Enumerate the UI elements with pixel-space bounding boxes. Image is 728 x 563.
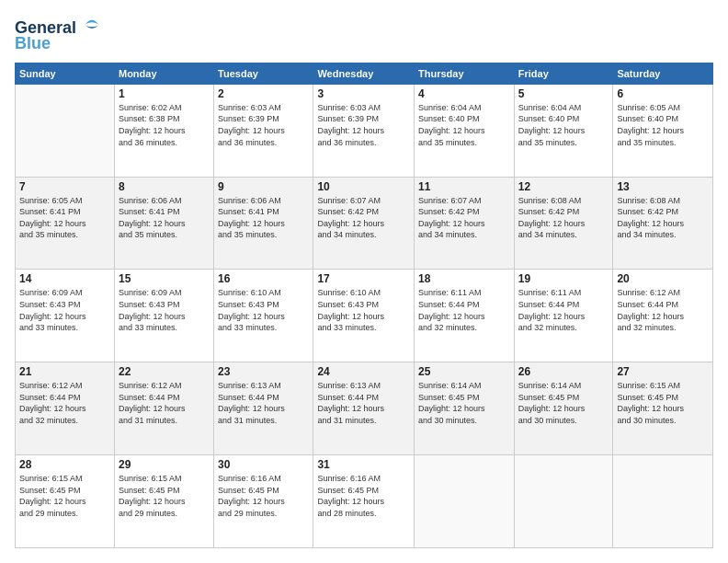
day-info: Sunrise: 6:06 AM Sunset: 6:41 PM Dayligh… xyxy=(218,195,309,241)
day-number: 17 xyxy=(317,272,410,285)
day-info: Sunrise: 6:04 AM Sunset: 6:40 PM Dayligh… xyxy=(518,102,609,148)
day-info: Sunrise: 6:05 AM Sunset: 6:40 PM Dayligh… xyxy=(617,102,709,148)
calendar-cell xyxy=(16,84,115,177)
calendar-cell: 17Sunrise: 6:10 AM Sunset: 6:43 PM Dayli… xyxy=(313,270,415,362)
day-number: 9 xyxy=(218,180,309,193)
calendar-cell: 23Sunrise: 6:13 AM Sunset: 6:44 PM Dayli… xyxy=(214,362,313,455)
calendar-cell: 11Sunrise: 6:07 AM Sunset: 6:42 PM Dayli… xyxy=(415,177,515,270)
calendar-cell: 9Sunrise: 6:06 AM Sunset: 6:41 PM Daylig… xyxy=(214,177,313,270)
day-number: 7 xyxy=(19,180,110,193)
day-info: Sunrise: 6:13 AM Sunset: 6:44 PM Dayligh… xyxy=(218,380,309,426)
calendar-cell xyxy=(613,455,713,548)
day-number: 20 xyxy=(617,272,709,285)
day-number: 27 xyxy=(617,365,709,378)
calendar-cell: 22Sunrise: 6:12 AM Sunset: 6:44 PM Dayli… xyxy=(114,362,213,455)
weekday-header: Thursday xyxy=(415,63,515,84)
day-info: Sunrise: 6:14 AM Sunset: 6:45 PM Dayligh… xyxy=(518,380,609,426)
day-info: Sunrise: 6:12 AM Sunset: 6:44 PM Dayligh… xyxy=(19,380,110,426)
weekday-header: Tuesday xyxy=(214,63,313,84)
day-info: Sunrise: 6:03 AM Sunset: 6:39 PM Dayligh… xyxy=(317,102,410,148)
day-info: Sunrise: 6:11 AM Sunset: 6:44 PM Dayligh… xyxy=(418,287,510,333)
day-number: 26 xyxy=(518,365,609,378)
day-info: Sunrise: 6:09 AM Sunset: 6:43 PM Dayligh… xyxy=(19,287,110,333)
header: General Blue xyxy=(15,15,713,53)
day-number: 31 xyxy=(317,458,410,471)
day-info: Sunrise: 6:15 AM Sunset: 6:45 PM Dayligh… xyxy=(19,473,110,519)
day-info: Sunrise: 6:06 AM Sunset: 6:41 PM Dayligh… xyxy=(119,195,210,241)
day-number: 23 xyxy=(218,365,309,378)
calendar-cell: 5Sunrise: 6:04 AM Sunset: 6:40 PM Daylig… xyxy=(514,84,613,177)
day-number: 21 xyxy=(19,365,110,378)
day-info: Sunrise: 6:08 AM Sunset: 6:42 PM Dayligh… xyxy=(617,195,709,241)
calendar-cell: 27Sunrise: 6:15 AM Sunset: 6:45 PM Dayli… xyxy=(613,362,713,455)
day-info: Sunrise: 6:07 AM Sunset: 6:42 PM Dayligh… xyxy=(317,195,410,241)
page: General Blue SundayMondayTuesdayWednesda… xyxy=(0,0,728,563)
day-info: Sunrise: 6:14 AM Sunset: 6:45 PM Dayligh… xyxy=(418,380,510,426)
day-info: Sunrise: 6:08 AM Sunset: 6:42 PM Dayligh… xyxy=(518,195,609,241)
day-number: 19 xyxy=(518,272,609,285)
day-info: Sunrise: 6:15 AM Sunset: 6:45 PM Dayligh… xyxy=(617,380,709,426)
calendar-cell: 6Sunrise: 6:05 AM Sunset: 6:40 PM Daylig… xyxy=(613,84,713,177)
day-info: Sunrise: 6:02 AM Sunset: 6:38 PM Dayligh… xyxy=(119,102,210,148)
calendar-cell: 2Sunrise: 6:03 AM Sunset: 6:39 PM Daylig… xyxy=(214,84,313,177)
calendar-cell: 31Sunrise: 6:16 AM Sunset: 6:45 PM Dayli… xyxy=(313,455,415,548)
day-info: Sunrise: 6:16 AM Sunset: 6:45 PM Dayligh… xyxy=(218,473,309,519)
calendar-cell: 12Sunrise: 6:08 AM Sunset: 6:42 PM Dayli… xyxy=(514,177,613,270)
day-number: 18 xyxy=(418,272,510,285)
day-info: Sunrise: 6:10 AM Sunset: 6:43 PM Dayligh… xyxy=(218,287,309,333)
calendar-cell: 25Sunrise: 6:14 AM Sunset: 6:45 PM Dayli… xyxy=(415,362,515,455)
calendar-cell: 7Sunrise: 6:05 AM Sunset: 6:41 PM Daylig… xyxy=(16,177,115,270)
day-number: 5 xyxy=(518,87,609,100)
logo: General Blue xyxy=(15,15,101,53)
calendar-cell: 19Sunrise: 6:11 AM Sunset: 6:44 PM Dayli… xyxy=(514,270,613,362)
day-number: 6 xyxy=(617,87,709,100)
day-number: 28 xyxy=(19,458,110,471)
day-info: Sunrise: 6:12 AM Sunset: 6:44 PM Dayligh… xyxy=(119,380,210,426)
day-number: 2 xyxy=(218,87,309,100)
calendar-cell: 14Sunrise: 6:09 AM Sunset: 6:43 PM Dayli… xyxy=(16,270,115,362)
weekday-header: Monday xyxy=(114,63,213,84)
calendar-cell: 3Sunrise: 6:03 AM Sunset: 6:39 PM Daylig… xyxy=(313,84,415,177)
day-info: Sunrise: 6:05 AM Sunset: 6:41 PM Dayligh… xyxy=(19,195,110,241)
day-number: 3 xyxy=(317,87,410,100)
day-number: 1 xyxy=(119,87,210,100)
day-number: 24 xyxy=(317,365,410,378)
calendar-cell: 29Sunrise: 6:15 AM Sunset: 6:45 PM Dayli… xyxy=(114,455,213,548)
day-number: 4 xyxy=(418,87,510,100)
day-info: Sunrise: 6:04 AM Sunset: 6:40 PM Dayligh… xyxy=(418,102,510,148)
day-number: 8 xyxy=(119,180,210,193)
calendar-cell: 8Sunrise: 6:06 AM Sunset: 6:41 PM Daylig… xyxy=(114,177,213,270)
day-number: 15 xyxy=(119,272,210,285)
day-info: Sunrise: 6:07 AM Sunset: 6:42 PM Dayligh… xyxy=(418,195,510,241)
calendar-cell: 21Sunrise: 6:12 AM Sunset: 6:44 PM Dayli… xyxy=(16,362,115,455)
weekday-header: Saturday xyxy=(613,63,713,84)
day-info: Sunrise: 6:16 AM Sunset: 6:45 PM Dayligh… xyxy=(317,473,410,519)
calendar-cell: 20Sunrise: 6:12 AM Sunset: 6:44 PM Dayli… xyxy=(613,270,713,362)
calendar-cell: 13Sunrise: 6:08 AM Sunset: 6:42 PM Dayli… xyxy=(613,177,713,270)
calendar-cell: 26Sunrise: 6:14 AM Sunset: 6:45 PM Dayli… xyxy=(514,362,613,455)
logo-icon xyxy=(83,15,101,33)
day-number: 29 xyxy=(119,458,210,471)
day-number: 10 xyxy=(317,180,410,193)
weekday-header: Friday xyxy=(514,63,613,84)
day-info: Sunrise: 6:09 AM Sunset: 6:43 PM Dayligh… xyxy=(119,287,210,333)
weekday-header: Wednesday xyxy=(313,63,415,84)
calendar-cell: 15Sunrise: 6:09 AM Sunset: 6:43 PM Dayli… xyxy=(114,270,213,362)
day-info: Sunrise: 6:10 AM Sunset: 6:43 PM Dayligh… xyxy=(317,287,410,333)
calendar-table: SundayMondayTuesdayWednesdayThursdayFrid… xyxy=(15,63,713,548)
day-number: 16 xyxy=(218,272,309,285)
calendar-cell xyxy=(514,455,613,548)
calendar-cell: 10Sunrise: 6:07 AM Sunset: 6:42 PM Dayli… xyxy=(313,177,415,270)
day-number: 25 xyxy=(418,365,510,378)
day-info: Sunrise: 6:12 AM Sunset: 6:44 PM Dayligh… xyxy=(617,287,709,333)
day-info: Sunrise: 6:11 AM Sunset: 6:44 PM Dayligh… xyxy=(518,287,609,333)
calendar-cell: 1Sunrise: 6:02 AM Sunset: 6:38 PM Daylig… xyxy=(114,84,213,177)
weekday-header: Sunday xyxy=(16,63,115,84)
day-info: Sunrise: 6:13 AM Sunset: 6:44 PM Dayligh… xyxy=(317,380,410,426)
calendar-cell: 28Sunrise: 6:15 AM Sunset: 6:45 PM Dayli… xyxy=(16,455,115,548)
calendar-cell: 30Sunrise: 6:16 AM Sunset: 6:45 PM Dayli… xyxy=(214,455,313,548)
calendar-cell xyxy=(415,455,515,548)
day-number: 12 xyxy=(518,180,609,193)
day-info: Sunrise: 6:15 AM Sunset: 6:45 PM Dayligh… xyxy=(119,473,210,519)
day-number: 14 xyxy=(19,272,110,285)
